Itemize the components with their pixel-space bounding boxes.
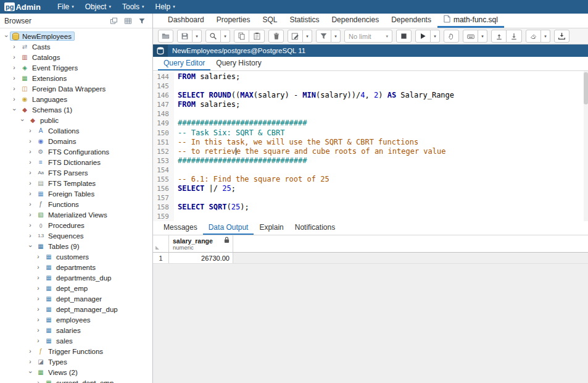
filter-icon[interactable] [136, 15, 148, 27]
menu-tools[interactable]: Tools▾ [117, 0, 150, 14]
grid-icon[interactable] [122, 15, 134, 27]
edit-menu-caret[interactable]: ▾ [303, 30, 312, 43]
tree-item-catalogs[interactable]: ›▥Catalogs [0, 52, 152, 62]
chevron-collapsed-icon[interactable]: › [27, 201, 34, 208]
copy-button[interactable] [234, 30, 249, 43]
filter-button[interactable] [316, 30, 331, 43]
query-editor[interactable]: 144FROM salaries;145146SELECT ROUND((MAX… [153, 71, 588, 221]
tree-item-functions[interactable]: ›ƒFunctions [0, 199, 152, 209]
explain-button[interactable] [491, 30, 507, 43]
tree-item-newemployees[interactable]: ›NewEmployees [0, 31, 152, 41]
chevron-collapsed-icon[interactable]: › [27, 232, 34, 239]
chevron-collapsed-icon[interactable]: › [27, 358, 34, 365]
macros-button[interactable] [463, 30, 478, 43]
menu-help[interactable]: Help▾ [150, 0, 181, 14]
chevron-collapsed-icon[interactable]: › [10, 43, 18, 50]
chevron-collapsed-icon[interactable]: › [35, 306, 42, 313]
chevron-expanded-icon[interactable]: › [19, 117, 26, 124]
tab-dependencies[interactable]: Dependencies [325, 14, 385, 28]
tab-data-output[interactable]: Data Output [203, 221, 254, 235]
chevron-collapsed-icon[interactable]: › [35, 295, 42, 302]
open-file-button[interactable] [158, 30, 173, 43]
macros-menu-caret[interactable]: ▾ [478, 30, 487, 43]
chevron-collapsed-icon[interactable]: › [27, 138, 34, 145]
limit-select[interactable]: No limit▾ [344, 30, 392, 43]
chevron-expanded-icon[interactable]: › [27, 369, 34, 376]
commit-button[interactable] [444, 30, 459, 43]
tree-item-fts-dictionaries[interactable]: ›≡FTS Dictionaries [0, 157, 152, 167]
find-button[interactable] [205, 30, 221, 43]
chevron-collapsed-icon[interactable]: › [10, 85, 18, 92]
object-explorer-tree[interactable]: ›NewEmployees›⇄Casts›▥Catalogs›◈Event Tr… [0, 28, 152, 383]
tree-item-customers[interactable]: ›▦customers [0, 251, 152, 262]
tab-properties[interactable]: Properties [210, 14, 257, 28]
chevron-collapsed-icon[interactable]: › [27, 190, 34, 197]
tree-item-public[interactable]: ›◆public [0, 115, 152, 125]
tree-item-dept-manager[interactable]: ›▦dept_manager [0, 293, 152, 304]
download-csv-button[interactable] [554, 30, 569, 43]
chevron-collapsed-icon[interactable]: › [27, 169, 34, 176]
tree-item-trigger-functions[interactable]: ›ƒTrigger Functions [0, 346, 152, 356]
tab-statistics[interactable]: Statistics [283, 14, 325, 28]
tree-item-views-2[interactable]: ›▦Views (2) [0, 367, 152, 377]
column-header-salary-range[interactable]: salary_range numeric [169, 235, 233, 252]
explain-analyze-button[interactable] [507, 30, 522, 43]
tree-item-employees[interactable]: ›▦employees [0, 314, 152, 325]
tree-item-foreign-tables[interactable]: ›▦Foreign Tables [0, 188, 152, 199]
tree-item-dept-emp[interactable]: ›▦dept_emp [0, 283, 152, 293]
chevron-collapsed-icon[interactable]: › [35, 264, 42, 271]
execute-menu-caret[interactable]: ▾ [431, 30, 440, 43]
select-all-corner[interactable] [153, 235, 169, 252]
chevron-collapsed-icon[interactable]: › [27, 348, 34, 355]
tab-explain[interactable]: Explain [254, 221, 289, 235]
tree-item-sequences[interactable]: ›1.3Sequences [0, 230, 152, 241]
tree-item-salaries[interactable]: ›▦salaries [0, 325, 152, 335]
cancel-query-button[interactable] [396, 30, 412, 43]
chevron-collapsed-icon[interactable]: › [10, 96, 18, 103]
clear-query-button[interactable] [526, 30, 541, 43]
find-menu-caret[interactable]: ▾ [221, 30, 230, 43]
chevron-collapsed-icon[interactable]: › [35, 379, 42, 383]
tree-item-schemas-1[interactable]: ›◆Schemas (1) [0, 104, 152, 115]
chevron-collapsed-icon[interactable]: › [10, 75, 18, 82]
tab-sql[interactable]: SQL [256, 14, 283, 28]
tree-item-procedures[interactable]: ›()Procedures [0, 220, 152, 230]
tab-messages[interactable]: Messages [158, 221, 203, 235]
save-menu-caret[interactable]: ▾ [193, 30, 202, 43]
tab-math-func-sql[interactable]: math-func.sql [437, 14, 504, 28]
paste-button[interactable] [249, 30, 265, 43]
chevron-collapsed-icon[interactable]: › [27, 222, 34, 229]
tree-item-event-triggers[interactable]: ›◈Event Triggers [0, 62, 152, 73]
chevron-collapsed-icon[interactable]: › [27, 127, 34, 134]
chevron-expanded-icon[interactable]: › [3, 33, 10, 40]
chevron-collapsed-icon[interactable]: › [35, 316, 42, 323]
tree-item-dept-manager-dup[interactable]: ›▦dept_manager_dup [0, 304, 152, 314]
tree-item-current-dept-emp[interactable]: ›▦current_dept_emp [0, 377, 152, 383]
editor-scrollbar[interactable] [584, 71, 588, 221]
chevron-expanded-icon[interactable]: › [27, 243, 34, 250]
tree-item-extensions[interactable]: ›▦Extensions [0, 73, 152, 83]
windows-icon[interactable] [107, 15, 120, 27]
tree-item-tables-9[interactable]: ›▦Tables (9) [0, 241, 152, 251]
tree-item-fts-parsers[interactable]: ›AaFTS Parsers [0, 167, 152, 178]
tree-item-fts-templates[interactable]: ›▤FTS Templates [0, 178, 152, 188]
tree-item-casts[interactable]: ›⇄Casts [0, 41, 152, 52]
tree-item-materialized-views[interactable]: ›▧Materialized Views [0, 209, 152, 220]
clear-menu-caret[interactable]: ▾ [541, 30, 550, 43]
tree-item-foreign-data-wrappers[interactable]: ›◫Foreign Data Wrappers [0, 83, 152, 94]
tree-item-departments-dup[interactable]: ›▦departments_dup [0, 272, 152, 283]
chevron-collapsed-icon[interactable]: › [35, 337, 42, 344]
tab-query-editor[interactable]: Query Editor [158, 57, 210, 70]
chevron-expanded-icon[interactable]: › [11, 106, 18, 114]
chevron-collapsed-icon[interactable]: › [35, 253, 42, 260]
filter-menu-caret[interactable]: ▾ [331, 30, 341, 43]
tree-item-sales[interactable]: ›▦sales [0, 335, 152, 346]
chevron-collapsed-icon[interactable]: › [35, 285, 42, 292]
tab-dependents[interactable]: Dependents [385, 14, 437, 28]
chevron-collapsed-icon[interactable]: › [35, 327, 42, 334]
save-button[interactable] [177, 30, 193, 43]
menu-object[interactable]: Object▾ [80, 0, 117, 14]
tab-dashboard[interactable]: Dashboard [162, 14, 210, 28]
tree-item-types[interactable]: ›◪Types [0, 356, 152, 367]
scrollbar-thumb[interactable] [584, 72, 588, 104]
